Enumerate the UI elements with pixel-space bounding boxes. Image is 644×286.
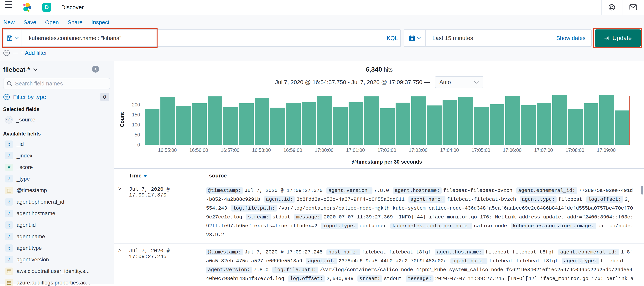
field-item-agent.type[interactable]: tagent.type	[3, 242, 110, 254]
histogram-bar[interactable]	[239, 103, 254, 145]
histogram-bar[interactable]	[145, 109, 160, 145]
field-search-box[interactable]	[3, 78, 110, 89]
histogram-bar[interactable]	[286, 103, 300, 145]
histogram-bar[interactable]	[176, 106, 191, 145]
x-tick-label: 17:09:00	[597, 147, 616, 153]
histogram-bar[interactable]	[474, 107, 488, 145]
help-icon[interactable]	[602, 0, 622, 15]
elastic-logo[interactable]	[17, 0, 37, 15]
histogram-bar[interactable]	[192, 103, 206, 145]
time-range-value[interactable]: Last 15 minutes	[426, 35, 556, 41]
search-icon	[6, 81, 12, 86]
available-fields-heading: Available fields	[3, 131, 110, 137]
histogram-bar[interactable]	[537, 103, 551, 145]
chevron-down-icon	[474, 81, 479, 84]
field-item-_source[interactable]: </>_source	[3, 114, 110, 125]
nav-link-open[interactable]: Open	[45, 19, 59, 25]
query-text[interactable]: kubernetes.container.name : "kibana"	[22, 35, 384, 41]
histogram-bar[interactable]	[380, 108, 394, 145]
histogram-bar[interactable]	[458, 97, 473, 145]
histogram-bar[interactable]	[584, 103, 598, 145]
histogram-bar[interactable]	[521, 105, 536, 145]
source-field-value: Jul 7, 2020 @ 17:09:27.245	[244, 249, 323, 255]
add-filter-button[interactable]: + Add filter	[20, 50, 47, 56]
field-item-agent.hostname[interactable]: tagent.hostname	[3, 208, 110, 219]
query-bar-row: kubernetes.container.name : "kibana" KQL…	[0, 29, 644, 47]
nav-link-inspect[interactable]: Inspect	[91, 19, 110, 25]
content-area: filebeat-* Filter by type 0 Selected fie…	[0, 61, 644, 284]
x-tick-label: 17:02:00	[378, 147, 396, 153]
field-search-input[interactable]	[15, 80, 107, 87]
field-item-agent.id[interactable]: tagent.id	[3, 219, 110, 231]
source-field-value: container	[360, 223, 386, 229]
filter-by-type-label: Filter by type	[13, 94, 46, 100]
update-button[interactable]: Update	[595, 29, 641, 47]
histogram-bar[interactable]	[552, 95, 567, 145]
interval-select[interactable]: Auto	[435, 76, 484, 88]
date-quick-select-button[interactable]	[404, 30, 426, 46]
scrollbar-thumb[interactable]	[641, 186, 643, 195]
histogram-bar[interactable]	[317, 96, 332, 145]
source-field-badge: kubernetes.container.image:	[511, 223, 596, 229]
field-item-agent.name[interactable]: tagent.name	[3, 231, 110, 242]
histogram-bar[interactable]	[411, 96, 426, 145]
histogram-bar[interactable]	[490, 104, 504, 145]
saved-query-menu-button[interactable]	[4, 30, 22, 46]
mail-icon[interactable]	[622, 0, 644, 15]
histogram-bar[interactable]	[396, 103, 410, 145]
sort-descending-icon[interactable]	[144, 175, 147, 177]
calendar-icon	[7, 269, 11, 274]
histogram-bar[interactable]	[302, 102, 316, 145]
date-field-icon	[5, 268, 13, 275]
expand-row-icon[interactable]: >	[118, 248, 129, 284]
histogram-bar[interactable]	[599, 95, 614, 145]
source-field-badge: host.name:	[326, 249, 360, 255]
expand-row-icon[interactable]: >	[118, 186, 129, 239]
app-badge[interactable]: D	[37, 0, 56, 15]
date-field-icon	[5, 187, 13, 194]
nav-link-save[interactable]: Save	[24, 19, 36, 25]
field-item-@timestamp[interactable]: @timestamp	[3, 185, 110, 196]
histogram-bar[interactable]	[427, 105, 442, 145]
histogram-bar[interactable]	[333, 107, 348, 145]
field-item-azure.auditlogs.properties.ac...[interactable]: azure.auditlogs.properties.ac...	[3, 277, 110, 286]
filter-icon[interactable]	[3, 49, 10, 56]
query-input[interactable]: kubernetes.container.name : "kibana" KQL	[3, 29, 401, 47]
source-field-value: filebeat-filebeat-t8fgf	[489, 258, 558, 264]
x-tick-label: 17:00:00	[315, 147, 333, 153]
string-field-icon: t	[5, 245, 13, 252]
x-tick-label: 16:57:00	[221, 147, 240, 153]
menu-hamburger-icon[interactable]	[0, 0, 17, 15]
collapse-sidebar-button[interactable]	[92, 66, 99, 72]
histogram-bar[interactable]	[615, 110, 630, 145]
refresh-submit-icon	[604, 35, 610, 41]
histogram-bar[interactable]	[364, 96, 379, 145]
histogram-bar[interactable]	[270, 108, 285, 145]
kql-language-button[interactable]: KQL	[384, 30, 400, 46]
field-item-_type[interactable]: t_type	[3, 173, 110, 185]
field-item-agent.ephemeral_id[interactable]: tagent.ephemeral_id	[3, 196, 110, 208]
show-dates-button[interactable]: Show dates	[556, 35, 591, 41]
index-pattern-name: filebeat-*	[3, 66, 30, 73]
x-tick-label: 16:59:00	[284, 147, 302, 153]
field-item-aws.cloudtrail.user_identity.s...[interactable]: aws.cloudtrail.user_identity.s...	[3, 266, 110, 277]
histogram-bar[interactable]	[208, 96, 222, 145]
field-item-_score[interactable]: #_score	[3, 161, 110, 173]
histogram-bar[interactable]	[254, 98, 269, 145]
source-field-badge: agent.name:	[450, 258, 488, 264]
time-column-header[interactable]: Time	[129, 173, 206, 179]
histogram-bar[interactable]	[348, 102, 363, 145]
discover-app-badge[interactable]: D	[42, 3, 51, 12]
histogram-chart: Count 200150100500 16:55:0016:56:0016:57…	[114, 95, 644, 165]
histogram-bar[interactable]	[223, 107, 238, 145]
field-item-_id[interactable]: t_id	[3, 138, 110, 150]
histogram-bar[interactable]	[442, 100, 457, 145]
nav-link-share[interactable]: Share	[68, 19, 82, 25]
filter-by-type-button[interactable]: Filter by type 0	[3, 93, 110, 101]
field-item-agent.version[interactable]: tagent.version	[3, 254, 110, 266]
nav-link-new[interactable]: New	[4, 19, 15, 25]
histogram-bar[interactable]	[160, 97, 175, 145]
histogram-bar[interactable]	[505, 96, 520, 145]
field-item-_index[interactable]: t_index	[3, 150, 110, 161]
histogram-bar[interactable]	[568, 109, 583, 145]
